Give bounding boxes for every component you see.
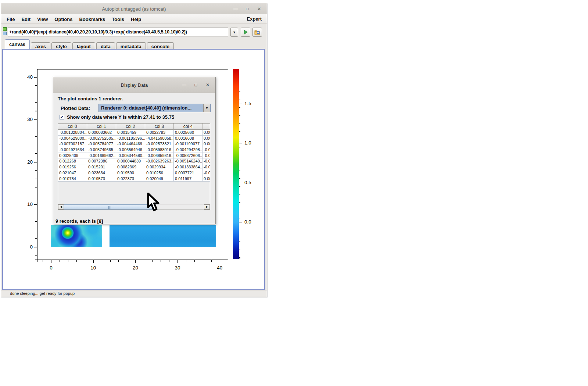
table-cell[interactable]: 0.0025660 xyxy=(174,130,202,136)
table-cell[interactable]: -0.0 xyxy=(202,153,210,159)
table-row[interactable]: -0.004529800...-0.002752505...-0.0011853… xyxy=(58,136,210,142)
maximize-icon[interactable]: □ xyxy=(245,6,250,11)
dialog-title-bar[interactable]: Display Data — □ ✕ xyxy=(53,77,215,93)
colorbar-minor-ticks xyxy=(239,69,240,259)
table-column-header[interactable]: col 0 xyxy=(58,124,87,130)
dialog-close-icon[interactable]: ✕ xyxy=(205,82,210,87)
table-cell[interactable]: 0.010256 xyxy=(145,170,174,176)
table-cell[interactable]: -0.001199077... xyxy=(174,141,202,147)
table-cell[interactable]: 0.00 xyxy=(202,136,210,142)
table-cell[interactable]: -0.005988016... xyxy=(145,147,174,153)
plotted-data-combo[interactable]: Renderer 0: dataset[40,40] (dimension...… xyxy=(98,104,211,112)
table-cell[interactable]: 0.019573 xyxy=(87,176,116,182)
table-column-header[interactable]: col 4 xyxy=(174,124,202,130)
table-row[interactable]: 0.0210470.0236340.0195900.0102560.003772… xyxy=(58,170,210,176)
scroll-left-icon[interactable]: ◀ xyxy=(58,204,64,210)
title-bar[interactable]: Autoplot untagged (as tomcat) — □ ✕ xyxy=(1,3,267,15)
table-row[interactable]: -0.001328804...0.0000836620.00154590.002… xyxy=(58,130,210,136)
table-cell[interactable]: -0.005872606... xyxy=(174,153,202,159)
menu-edit[interactable]: Edit xyxy=(18,17,34,22)
table-cell[interactable]: -0.0 xyxy=(202,164,210,170)
table-cell[interactable]: -0.005344580... xyxy=(116,153,145,159)
table-row[interactable]: -0.007002187...-0.005784977...-0.0044644… xyxy=(58,141,210,147)
close-icon[interactable]: ✕ xyxy=(257,6,262,11)
table-cell[interactable]: 0.020049 xyxy=(145,176,174,182)
scroll-right-icon[interactable]: ▶ xyxy=(204,204,210,210)
table-cell[interactable]: -0.001333864... xyxy=(174,164,202,170)
table-cell[interactable]: -0.005784977... xyxy=(87,141,116,147)
table-column-header[interactable]: col 3 xyxy=(145,124,174,130)
scrollbar-thumb[interactable] xyxy=(64,204,156,210)
table-cell[interactable]: -0.0 xyxy=(202,158,210,164)
dialog-minimize-icon[interactable]: — xyxy=(182,82,187,87)
table-cell[interactable]: -0.005749665... xyxy=(87,147,116,153)
table-cell[interactable]: 0.022373 xyxy=(116,176,145,182)
table-cell[interactable]: 0.0029934 xyxy=(145,164,174,170)
horizontal-scrollbar[interactable]: ◀ ▶ xyxy=(58,204,210,210)
table-column-header[interactable] xyxy=(202,124,210,130)
table-cell[interactable]: -4.041598058... xyxy=(145,136,174,142)
table-cell[interactable]: 0.019256 xyxy=(58,164,87,170)
table-cell[interactable]: 0.00 xyxy=(202,141,210,147)
table-cell[interactable]: -0.004529800... xyxy=(58,136,87,142)
table-cell[interactable]: 0.00 xyxy=(202,176,210,182)
table-cell[interactable]: -0.004464469... xyxy=(116,141,145,147)
table-row[interactable]: 0.0025409-0.001689662...-0.005344580...-… xyxy=(58,153,210,159)
table-cell[interactable]: -0.001185396... xyxy=(116,136,145,142)
data-table[interactable]: col 0col 1col 2col 3col 4 -0.001328804..… xyxy=(58,123,210,210)
plot-go-button[interactable] xyxy=(241,28,250,37)
table-cell[interactable]: 0.012268 xyxy=(58,158,87,164)
table-cell[interactable]: 0.023634 xyxy=(87,170,116,176)
menu-file[interactable]: File xyxy=(3,17,18,22)
table-row[interactable]: 0.0107840.0195730.0223730.0200490.011997… xyxy=(58,176,210,182)
table-cell[interactable]: 0.0082369 xyxy=(116,164,145,170)
table-cell[interactable]: 0.021047 xyxy=(58,170,87,176)
table-cell[interactable]: -0.007002187... xyxy=(58,141,87,147)
menu-tools[interactable]: Tools xyxy=(108,17,128,22)
table-cell[interactable]: -0.002639263... xyxy=(145,158,174,164)
open-file-button[interactable] xyxy=(252,28,262,37)
table-cell[interactable]: 0.0025409 xyxy=(58,153,87,159)
table-row[interactable]: -0.004921634...-0.005749665...-0.0065649… xyxy=(58,147,210,153)
table-row[interactable]: 0.0122680.00723860.000044839-0.002639263… xyxy=(58,158,210,164)
dialog-maximize-icon[interactable]: □ xyxy=(193,82,198,87)
table-cell[interactable]: -0.006859316... xyxy=(145,153,174,159)
table-row[interactable]: 0.0192560.0152010.00823690.0029934-0.001… xyxy=(58,164,210,170)
uri-input[interactable]: +rand(40,40)*(exp(-distance(40,40,20,20,… xyxy=(8,28,228,36)
table-cell[interactable]: -0.005146240... xyxy=(174,158,202,164)
table-column-header[interactable]: col 2 xyxy=(116,124,145,130)
combo-chevron-down-icon[interactable]: ▼ xyxy=(203,104,210,112)
table-cell[interactable]: 0.019590 xyxy=(116,170,145,176)
table-cell[interactable]: -0.002752505... xyxy=(87,136,116,142)
table-cell[interactable]: 0.00 xyxy=(202,130,210,136)
table-cell[interactable]: -0.006564946... xyxy=(116,147,145,153)
table-cell[interactable]: 0.0037721 xyxy=(174,170,202,176)
table-cell[interactable]: 0.015201 xyxy=(87,164,116,170)
table-cell[interactable]: -0.001689662... xyxy=(87,153,116,159)
menu-help[interactable]: Help xyxy=(128,17,144,22)
uri-dropdown-button[interactable]: ▼ xyxy=(230,28,238,37)
table-cell[interactable]: 0.0015459 xyxy=(116,130,145,136)
menu-bookmarks[interactable]: Bookmarks xyxy=(76,17,108,22)
filter-checkbox[interactable]: ✔ xyxy=(60,115,64,119)
menu-view[interactable]: View xyxy=(34,17,51,22)
table-cell[interactable]: 0.000044839 xyxy=(116,158,145,164)
table-cell[interactable]: -0.0 xyxy=(202,147,210,153)
menu-expert[interactable]: Expert xyxy=(244,16,265,22)
table-cell[interactable]: -0.004294298... xyxy=(174,147,202,153)
table-cell[interactable]: 0.011997 xyxy=(174,176,202,182)
menu-options[interactable]: Options xyxy=(51,17,76,22)
table-cell[interactable]: -0.002573321... xyxy=(145,141,174,147)
tab-canvas[interactable]: canvas xyxy=(5,39,30,49)
plot-canvas[interactable]: 403020100 010203040 1.51.00.50.0 Display… xyxy=(2,49,265,290)
table-cell[interactable]: -0.004921634... xyxy=(58,147,87,153)
table-cell[interactable]: -0.001328804... xyxy=(58,130,87,136)
table-cell[interactable]: 0.010784 xyxy=(58,176,87,182)
table-cell[interactable]: 0.0016608 xyxy=(174,136,202,142)
minimize-icon[interactable]: — xyxy=(233,6,238,11)
table-column-header[interactable]: col 1 xyxy=(87,124,116,130)
table-cell[interactable]: 0.0022783 xyxy=(145,130,174,136)
table-cell[interactable]: 0.0072386 xyxy=(87,158,116,164)
table-cell[interactable]: -0.0 xyxy=(202,170,210,176)
table-cell[interactable]: 0.000083662 xyxy=(87,130,116,136)
